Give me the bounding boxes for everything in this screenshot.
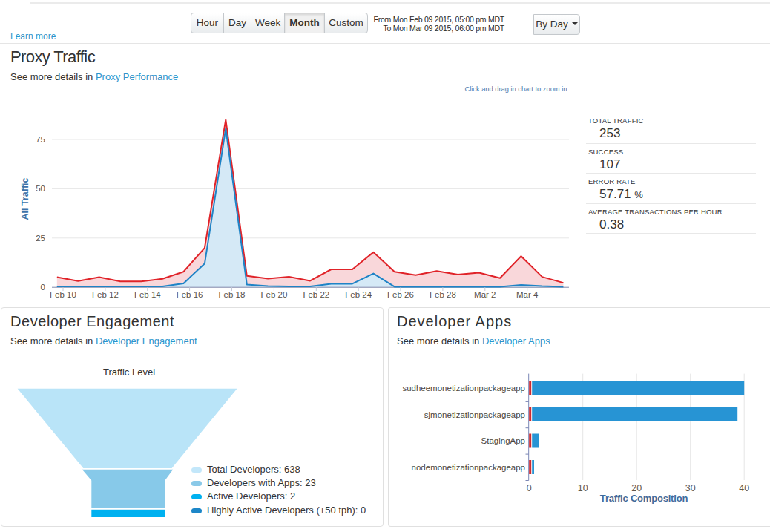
svg-text:Feb 28: Feb 28 bbox=[430, 290, 456, 299]
svg-text:nodemonetizationpackageapp: nodemonetizationpackageapp bbox=[412, 463, 525, 472]
svg-text:StagingApp: StagingApp bbox=[481, 436, 525, 445]
svg-text:Mar 2: Mar 2 bbox=[474, 290, 496, 299]
svg-text:Mar 4: Mar 4 bbox=[516, 290, 539, 299]
svg-text:Feb 20: Feb 20 bbox=[260, 290, 287, 299]
svg-text:Feb 10: Feb 10 bbox=[50, 290, 76, 299]
svg-text:Feb 22: Feb 22 bbox=[303, 290, 329, 299]
svg-text:50: 50 bbox=[36, 184, 45, 193]
svg-text:Feb 12: Feb 12 bbox=[92, 290, 119, 299]
svg-text:Feb 26: Feb 26 bbox=[387, 290, 414, 299]
svg-text:10: 10 bbox=[578, 483, 588, 493]
svg-text:40: 40 bbox=[739, 483, 749, 493]
svg-text:sjmonetizationpackageapp: sjmonetizationpackageapp bbox=[424, 410, 525, 419]
svg-text:sudheemonetizationpackageapp: sudheemonetizationpackageapp bbox=[402, 384, 525, 393]
svg-text:Feb 24: Feb 24 bbox=[345, 290, 372, 299]
svg-text:25: 25 bbox=[36, 234, 45, 243]
svg-text:Feb 16: Feb 16 bbox=[177, 290, 203, 299]
svg-text:0: 0 bbox=[41, 283, 45, 292]
svg-text:0: 0 bbox=[527, 483, 532, 493]
svg-text:Feb 14: Feb 14 bbox=[134, 290, 161, 299]
svg-text:75: 75 bbox=[36, 135, 45, 144]
svg-text:Feb 18: Feb 18 bbox=[219, 290, 246, 299]
svg-text:Traffic Composition: Traffic Composition bbox=[600, 493, 688, 504]
